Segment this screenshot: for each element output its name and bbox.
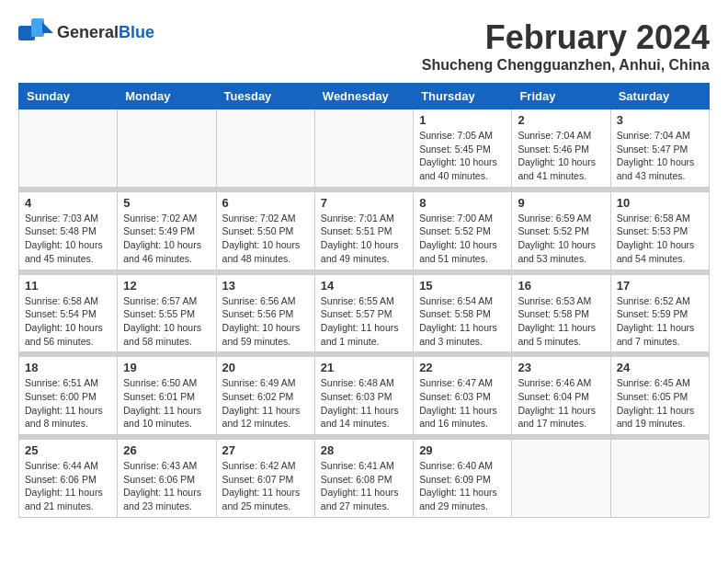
- day-number: 18: [25, 361, 111, 374]
- day-number: 24: [617, 361, 703, 374]
- table-row: [314, 109, 413, 188]
- day-info: Sunrise: 6:51 AM Sunset: 6:00 PM Dayligh…: [25, 376, 111, 431]
- day-number: 21: [321, 361, 407, 374]
- day-info: Sunrise: 6:42 AM Sunset: 6:07 PM Dayligh…: [222, 459, 309, 513]
- calendar-week-row: 18Sunrise: 6:51 AM Sunset: 6:00 PM Dayli…: [19, 357, 710, 435]
- day-number: 20: [222, 361, 309, 374]
- svg-rect-1: [31, 18, 44, 37]
- table-row: 14Sunrise: 6:55 AM Sunset: 5:57 PM Dayli…: [314, 274, 413, 352]
- day-number: 27: [222, 443, 309, 457]
- table-row: [610, 440, 709, 518]
- day-info: Sunrise: 7:00 AM Sunset: 5:52 PM Dayligh…: [419, 212, 506, 266]
- calendar-week-row: 25Sunrise: 6:44 AM Sunset: 6:06 PM Dayli…: [19, 440, 710, 518]
- col-saturday: Saturday: [610, 84, 709, 109]
- day-info: Sunrise: 6:55 AM Sunset: 5:57 PM Dayligh…: [321, 294, 407, 349]
- table-row: 9Sunrise: 6:59 AM Sunset: 5:52 PM Daylig…: [512, 191, 610, 270]
- table-row: 26Sunrise: 6:43 AM Sunset: 6:06 PM Dayli…: [118, 440, 216, 518]
- day-number: 16: [518, 279, 604, 293]
- table-row: 24Sunrise: 6:45 AM Sunset: 6:05 PM Dayli…: [610, 357, 709, 435]
- day-info: Sunrise: 7:05 AM Sunset: 5:45 PM Dayligh…: [419, 129, 506, 183]
- day-info: Sunrise: 6:53 AM Sunset: 5:58 PM Dayligh…: [518, 294, 604, 349]
- table-row: [512, 440, 610, 518]
- day-number: 14: [321, 279, 407, 293]
- table-row: 25Sunrise: 6:44 AM Sunset: 6:06 PM Dayli…: [19, 440, 118, 518]
- table-row: 8Sunrise: 7:00 AM Sunset: 5:52 PM Daylig…: [414, 191, 512, 270]
- day-info: Sunrise: 6:58 AM Sunset: 5:53 PM Dayligh…: [617, 212, 703, 266]
- table-row: 5Sunrise: 7:02 AM Sunset: 5:49 PM Daylig…: [118, 191, 216, 270]
- day-number: 2: [518, 113, 604, 127]
- day-info: Sunrise: 6:52 AM Sunset: 5:59 PM Dayligh…: [617, 294, 703, 349]
- day-number: 29: [419, 443, 506, 457]
- day-info: Sunrise: 6:58 AM Sunset: 5:54 PM Dayligh…: [25, 294, 111, 349]
- table-row: 4Sunrise: 7:03 AM Sunset: 5:48 PM Daylig…: [19, 191, 118, 270]
- col-sunday: Sunday: [19, 84, 118, 109]
- col-tuesday: Tuesday: [216, 84, 314, 109]
- day-info: Sunrise: 7:01 AM Sunset: 5:51 PM Dayligh…: [321, 212, 407, 266]
- day-info: Sunrise: 7:03 AM Sunset: 5:48 PM Dayligh…: [25, 212, 111, 266]
- table-row: 28Sunrise: 6:41 AM Sunset: 6:08 PM Dayli…: [314, 440, 413, 518]
- calendar-week-row: 11Sunrise: 6:58 AM Sunset: 5:54 PM Dayli…: [19, 274, 710, 352]
- day-info: Sunrise: 6:45 AM Sunset: 6:05 PM Dayligh…: [617, 376, 703, 431]
- col-wednesday: Wednesday: [314, 84, 413, 109]
- day-number: 5: [123, 196, 210, 210]
- table-row: 10Sunrise: 6:58 AM Sunset: 5:53 PM Dayli…: [610, 191, 709, 270]
- day-info: Sunrise: 7:04 AM Sunset: 5:46 PM Dayligh…: [518, 129, 604, 183]
- day-info: Sunrise: 6:56 AM Sunset: 5:56 PM Dayligh…: [222, 294, 309, 349]
- page-header: GeneralBlue February 2024 Shucheng Cheng…: [18, 18, 710, 74]
- day-number: 22: [419, 361, 506, 374]
- day-number: 3: [617, 113, 703, 127]
- day-info: Sunrise: 6:49 AM Sunset: 6:02 PM Dayligh…: [222, 376, 309, 431]
- title-section: February 2024 Shucheng Chengguanzhen, An…: [422, 18, 710, 74]
- table-row: 23Sunrise: 6:46 AM Sunset: 6:04 PM Dayli…: [512, 357, 610, 435]
- col-monday: Monday: [118, 84, 216, 109]
- day-info: Sunrise: 6:41 AM Sunset: 6:08 PM Dayligh…: [321, 459, 407, 513]
- month-title: February 2024: [422, 18, 710, 57]
- day-number: 10: [617, 196, 703, 210]
- day-number: 23: [518, 361, 604, 374]
- day-info: Sunrise: 7:02 AM Sunset: 5:49 PM Dayligh…: [123, 212, 210, 266]
- table-row: 16Sunrise: 6:53 AM Sunset: 5:58 PM Dayli…: [512, 274, 610, 352]
- table-row: 18Sunrise: 6:51 AM Sunset: 6:00 PM Dayli…: [19, 357, 118, 435]
- calendar-header-row: Sunday Monday Tuesday Wednesday Thursday…: [19, 84, 710, 109]
- table-row: 2Sunrise: 7:04 AM Sunset: 5:46 PM Daylig…: [512, 109, 610, 188]
- day-number: 8: [419, 196, 506, 210]
- table-row: 21Sunrise: 6:48 AM Sunset: 6:03 PM Dayli…: [314, 357, 413, 435]
- day-info: Sunrise: 6:47 AM Sunset: 6:03 PM Dayligh…: [419, 376, 506, 431]
- logo: GeneralBlue: [18, 18, 154, 48]
- day-info: Sunrise: 6:59 AM Sunset: 5:52 PM Dayligh…: [518, 212, 604, 266]
- table-row: 17Sunrise: 6:52 AM Sunset: 5:59 PM Dayli…: [610, 274, 709, 352]
- day-info: Sunrise: 6:48 AM Sunset: 6:03 PM Dayligh…: [321, 376, 407, 431]
- table-row: 20Sunrise: 6:49 AM Sunset: 6:02 PM Dayli…: [216, 357, 314, 435]
- location-subtitle: Shucheng Chengguanzhen, Anhui, China: [422, 57, 710, 74]
- table-row: 12Sunrise: 6:57 AM Sunset: 5:55 PM Dayli…: [118, 274, 216, 352]
- table-row: 29Sunrise: 6:40 AM Sunset: 6:09 PM Dayli…: [414, 440, 512, 518]
- col-friday: Friday: [512, 84, 610, 109]
- day-number: 4: [25, 196, 111, 210]
- table-row: [19, 109, 118, 188]
- day-info: Sunrise: 6:54 AM Sunset: 5:58 PM Dayligh…: [419, 294, 506, 349]
- day-number: 7: [321, 196, 407, 210]
- day-info: Sunrise: 7:02 AM Sunset: 5:50 PM Dayligh…: [222, 212, 309, 266]
- table-row: 19Sunrise: 6:50 AM Sunset: 6:01 PM Dayli…: [118, 357, 216, 435]
- table-row: 27Sunrise: 6:42 AM Sunset: 6:07 PM Dayli…: [216, 440, 314, 518]
- day-number: 12: [123, 279, 210, 293]
- day-number: 6: [222, 196, 309, 210]
- day-info: Sunrise: 7:04 AM Sunset: 5:47 PM Dayligh…: [617, 129, 703, 183]
- table-row: 6Sunrise: 7:02 AM Sunset: 5:50 PM Daylig…: [216, 191, 314, 270]
- day-info: Sunrise: 6:43 AM Sunset: 6:06 PM Dayligh…: [123, 459, 210, 513]
- day-info: Sunrise: 6:44 AM Sunset: 6:06 PM Dayligh…: [25, 459, 111, 513]
- table-row: 7Sunrise: 7:01 AM Sunset: 5:51 PM Daylig…: [314, 191, 413, 270]
- day-info: Sunrise: 6:50 AM Sunset: 6:01 PM Dayligh…: [123, 376, 210, 431]
- table-row: 11Sunrise: 6:58 AM Sunset: 5:54 PM Dayli…: [19, 274, 118, 352]
- day-number: 25: [25, 443, 111, 457]
- day-number: 11: [25, 279, 111, 293]
- logo-general: General: [57, 23, 119, 41]
- calendar-week-row: 1Sunrise: 7:05 AM Sunset: 5:45 PM Daylig…: [19, 109, 710, 188]
- day-info: Sunrise: 6:57 AM Sunset: 5:55 PM Dayligh…: [123, 294, 210, 349]
- table-row: 3Sunrise: 7:04 AM Sunset: 5:47 PM Daylig…: [610, 109, 709, 188]
- calendar-table: Sunday Monday Tuesday Wednesday Thursday…: [18, 83, 710, 518]
- table-row: 1Sunrise: 7:05 AM Sunset: 5:45 PM Daylig…: [414, 109, 512, 188]
- day-info: Sunrise: 6:40 AM Sunset: 6:09 PM Dayligh…: [419, 459, 506, 513]
- day-number: 9: [518, 196, 604, 210]
- day-number: 13: [222, 279, 309, 293]
